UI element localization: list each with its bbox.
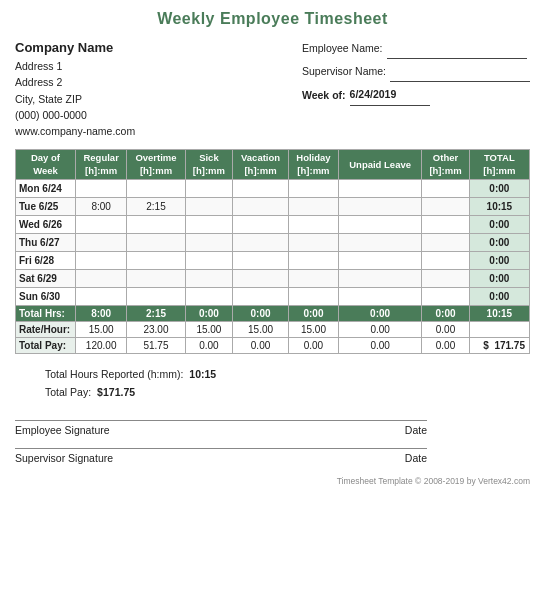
cell-vacation-5 [233, 270, 289, 288]
cell-holiday-6 [288, 288, 338, 306]
header-day: Day of Week [16, 150, 76, 180]
company-info: Company Name Address 1 Address 2 City, S… [15, 38, 135, 139]
cell-regular-1: 8:00 [76, 198, 127, 216]
header-section: Company Name Address 1 Address 2 City, S… [15, 38, 530, 139]
cell-sick-3 [185, 234, 232, 252]
cell-unpaid-5 [338, 270, 421, 288]
cell-other-6 [422, 288, 469, 306]
cell-overtime-4 [127, 252, 185, 270]
employee-name-row: Employee Name: [302, 38, 530, 59]
cell-total-5: 0:00 [469, 270, 529, 288]
cell-unpaid-0 [338, 180, 421, 198]
company-city: City, State ZIP [15, 91, 135, 107]
cell-unpaid-1 [338, 198, 421, 216]
timesheet-table: Day of Week Regular[h]:mm Overtime[h]:mm… [15, 149, 530, 354]
cell-overtime-5 [127, 270, 185, 288]
cell-regular-0 [76, 180, 127, 198]
cell-other-1 [422, 198, 469, 216]
rate-cell-0: Rate/Hour: [16, 322, 76, 338]
signature-section: Employee Signature Date Supervisor Signa… [15, 420, 530, 464]
cell-holiday-2 [288, 216, 338, 234]
cell-holiday-4 [288, 252, 338, 270]
pay-cell-2: 51.75 [127, 338, 185, 354]
employee-name-line [387, 47, 527, 59]
pay-cell-5: 0.00 [288, 338, 338, 354]
header-sick: Sick[h]:mm [185, 150, 232, 180]
summary-pay-value: $171.75 [97, 384, 135, 402]
cell-regular-3 [76, 234, 127, 252]
cell-other-3 [422, 234, 469, 252]
table-row: Tue 6/258:002:1510:15 [16, 198, 530, 216]
week-of-row: Week of: 6/24/2019 [302, 84, 530, 106]
cell-day-3: Thu 6/27 [16, 234, 76, 252]
cell-unpaid-6 [338, 288, 421, 306]
cell-other-0 [422, 180, 469, 198]
total-cell-3: 0:00 [185, 306, 232, 322]
company-phone: (000) 000-0000 [15, 107, 135, 123]
cell-total-6: 0:00 [469, 288, 529, 306]
cell-overtime-3 [127, 234, 185, 252]
cell-sick-6 [185, 288, 232, 306]
cell-unpaid-3 [338, 234, 421, 252]
employee-sig-date: Date [405, 424, 427, 436]
rate-cell-7: 0.00 [422, 322, 469, 338]
total-cell-1: 8:00 [76, 306, 127, 322]
total-row: Total Hrs:8:002:150:000:000:000:000:0010… [16, 306, 530, 322]
company-website: www.company-name.com [15, 123, 135, 139]
cell-holiday-1 [288, 198, 338, 216]
company-address2: Address 2 [15, 74, 135, 90]
header-total: TOTAL[h]:mm [469, 150, 529, 180]
cell-unpaid-4 [338, 252, 421, 270]
cell-sick-5 [185, 270, 232, 288]
cell-sick-4 [185, 252, 232, 270]
cell-day-5: Sat 6/29 [16, 270, 76, 288]
total-cell-8: 10:15 [469, 306, 529, 322]
supervisor-sig-row: Supervisor Signature Date [15, 448, 427, 464]
supervisor-sig-date: Date [405, 452, 427, 464]
cell-regular-6 [76, 288, 127, 306]
pay-cell-1: 120.00 [76, 338, 127, 354]
summary-hours-label: Total Hours Reported (h:mm): [45, 366, 183, 384]
page-title: Weekly Employee Timesheet [15, 10, 530, 28]
cell-regular-4 [76, 252, 127, 270]
rate-cell-4: 15.00 [233, 322, 289, 338]
pay-total-cell: $ 171.75 [469, 338, 529, 354]
table-header-row: Day of Week Regular[h]:mm Overtime[h]:mm… [16, 150, 530, 180]
cell-day-4: Fri 6/28 [16, 252, 76, 270]
pay-cell-6: 0.00 [338, 338, 421, 354]
cell-holiday-3 [288, 234, 338, 252]
header-other: Other[h]:mm [422, 150, 469, 180]
cell-other-2 [422, 216, 469, 234]
cell-vacation-1 [233, 198, 289, 216]
pay-cell-3: 0.00 [185, 338, 232, 354]
pay-row: Total Pay:120.0051.750.000.000.000.000.0… [16, 338, 530, 354]
pay-cell-0: Total Pay: [16, 338, 76, 354]
summary-hours-value: 10:15 [189, 366, 216, 384]
cell-regular-2 [76, 216, 127, 234]
rate-cell-3: 15.00 [185, 322, 232, 338]
header-unpaid: Unpaid Leave [338, 150, 421, 180]
total-cell-4: 0:00 [233, 306, 289, 322]
supervisor-name-label: Supervisor Name: [302, 61, 386, 82]
cell-vacation-0 [233, 180, 289, 198]
cell-vacation-3 [233, 234, 289, 252]
rate-cell-5: 15.00 [288, 322, 338, 338]
header-holiday: Holiday[h]:mm [288, 150, 338, 180]
table-row: Sat 6/290:00 [16, 270, 530, 288]
cell-total-4: 0:00 [469, 252, 529, 270]
cell-day-0: Mon 6/24 [16, 180, 76, 198]
rate-cell-1: 15.00 [76, 322, 127, 338]
cell-vacation-6 [233, 288, 289, 306]
table-row: Sun 6/300:00 [16, 288, 530, 306]
rate-row: Rate/Hour:15.0023.0015.0015.0015.000.000… [16, 322, 530, 338]
cell-overtime-2 [127, 216, 185, 234]
employee-fields: Employee Name: Supervisor Name: Week of:… [302, 38, 530, 106]
employee-sig-label: Employee Signature [15, 424, 375, 436]
employee-sig-row: Employee Signature Date [15, 420, 427, 436]
cell-vacation-2 [233, 216, 289, 234]
total-cell-7: 0:00 [422, 306, 469, 322]
cell-holiday-0 [288, 180, 338, 198]
week-of-value: 6/24/2019 [350, 84, 430, 106]
cell-other-4 [422, 252, 469, 270]
total-cell-5: 0:00 [288, 306, 338, 322]
